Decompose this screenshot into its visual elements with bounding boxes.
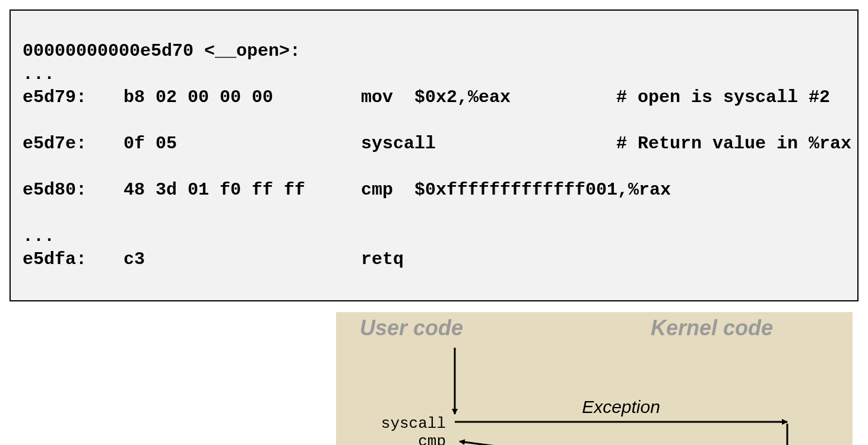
bytes: 0f 05 [123, 132, 361, 155]
bytes: c3 [123, 248, 361, 271]
syscall-flow-diagram: User code Kernel code syscall cmp Except… [336, 312, 853, 445]
instr: mov $0x2,%eax [361, 86, 616, 109]
ellipsis-2: ... [23, 226, 55, 246]
syscall-label: syscall [381, 415, 446, 433]
instr: cmp $0xfffffffffffff001,%rax [361, 179, 616, 202]
ellipsis-1: ... [23, 64, 55, 84]
disassembly-box: 00000000000e5d70 <__open>: ... e5d79:b8 … [9, 9, 859, 301]
bytes: 48 3d 01 f0 ff ff [123, 179, 361, 202]
addr: e5d7e: [23, 132, 123, 155]
exception-label: Exception [582, 397, 660, 417]
code-header: 00000000000e5d70 <__open>: [23, 41, 300, 61]
cmp-label: cmp [418, 433, 446, 445]
instr: retq [361, 248, 616, 271]
comment: # Return value in %rax [616, 132, 851, 155]
addr: e5dfa: [23, 248, 123, 271]
bytes: b8 02 00 00 00 [123, 86, 361, 109]
flow-svg: syscall cmp Exception Open file Returns [336, 312, 853, 445]
code-row-2: e5d7e:0f 05syscall# Return value in %rax [23, 132, 845, 155]
code-row-4: e5dfa:c3retq [23, 248, 845, 271]
returns-arrow [460, 441, 787, 445]
code-row-3: e5d80:48 3d 01 f0 ff ffcmp $0xffffffffff… [23, 179, 845, 202]
instr: syscall [361, 132, 616, 155]
comment: # open is syscall #2 [616, 86, 830, 109]
addr: e5d79: [23, 86, 123, 109]
addr: e5d80: [23, 179, 123, 202]
code-row-1: e5d79:b8 02 00 00 00mov $0x2,%eax# open … [23, 86, 845, 109]
